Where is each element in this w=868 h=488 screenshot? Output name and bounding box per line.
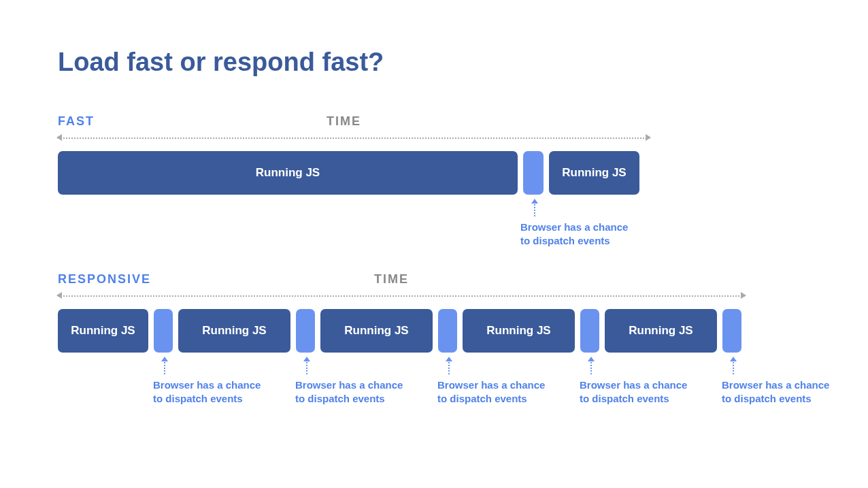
fast-track: Running JSRunning JS	[58, 151, 639, 195]
responsive-label: RESPONSIVE	[58, 272, 151, 287]
event-gap-block	[523, 151, 544, 195]
arrow-stem	[534, 204, 535, 216]
arrow-up-icon	[303, 357, 310, 361]
running-js-block: Running JS	[58, 309, 148, 353]
dispatch-annotation: Browser has a chance to dispatch events	[153, 357, 262, 406]
running-js-block: Running JS	[605, 309, 717, 353]
arrow-up-icon	[730, 357, 737, 361]
arrow-up-icon	[588, 357, 595, 361]
dispatch-annotation: Browser has a chance to dispatch events	[520, 199, 629, 248]
event-gap-block	[438, 309, 457, 353]
block-label: Running JS	[344, 324, 408, 338]
fast-timeline-axis	[58, 135, 650, 142]
running-js-block: Running JS	[178, 309, 290, 353]
block-label: Running JS	[71, 324, 135, 338]
arrow-right-icon	[646, 134, 651, 141]
block-label: Running JS	[629, 324, 692, 338]
arrow-up-icon	[446, 357, 452, 361]
annotation-text: Browser has a chance to dispatch events	[722, 378, 831, 406]
section-responsive: RESPONSIVE TIME Running JSRunning JSRunn…	[58, 272, 810, 432]
annotation-text: Browser has a chance to dispatch events	[520, 221, 629, 248]
arrow-stem	[733, 362, 734, 374]
page-title: Load fast or respond fast?	[58, 48, 810, 77]
annotation-text: Browser has a chance to dispatch events	[153, 378, 262, 406]
block-label: Running JS	[256, 166, 320, 180]
event-gap-block	[722, 309, 741, 353]
fast-annotations: Browser has a chance to dispatch events	[58, 199, 810, 267]
responsive-annotations: Browser has a chance to dispatch eventsB…	[58, 357, 810, 432]
fast-time-label: TIME	[327, 114, 361, 129]
running-js-block: Running JS	[549, 151, 639, 195]
arrow-stem	[306, 362, 307, 374]
annotation-text: Browser has a chance to dispatch events	[437, 378, 546, 406]
arrow-left-icon	[56, 292, 62, 299]
arrow-left-icon	[56, 134, 62, 141]
fast-header: FAST TIME	[58, 114, 810, 131]
block-label: Running JS	[486, 324, 550, 338]
event-gap-block	[154, 309, 173, 353]
arrow-up-icon	[531, 199, 538, 204]
running-js-block: Running JS	[58, 151, 518, 195]
annotation-text: Browser has a chance to dispatch events	[580, 378, 688, 406]
arrow-up-icon	[161, 357, 168, 361]
dispatch-annotation: Browser has a chance to dispatch events	[722, 357, 831, 406]
block-label: Running JS	[202, 324, 266, 338]
dispatch-annotation: Browser has a chance to dispatch events	[437, 357, 546, 406]
annotation-text: Browser has a chance to dispatch events	[295, 378, 404, 406]
arrow-right-icon	[741, 292, 746, 299]
running-js-block: Running JS	[463, 309, 575, 353]
responsive-track: Running JSRunning JSRunning JSRunning JS…	[58, 309, 738, 353]
dispatch-annotation: Browser has a chance to dispatch events	[580, 357, 688, 406]
arrow-stem	[590, 362, 592, 374]
responsive-time-label: TIME	[374, 272, 409, 287]
section-fast: FAST TIME Running JSRunning JS Browser h…	[58, 114, 810, 267]
fast-label: FAST	[58, 114, 95, 129]
responsive-timeline-axis	[58, 293, 745, 299]
event-gap-block	[296, 309, 315, 353]
dispatch-annotation: Browser has a chance to dispatch events	[295, 357, 404, 406]
arrow-stem	[164, 362, 165, 374]
event-gap-block	[580, 309, 599, 353]
running-js-block: Running JS	[320, 309, 433, 353]
block-label: Running JS	[562, 166, 626, 180]
responsive-header: RESPONSIVE TIME	[58, 272, 810, 289]
arrow-stem	[448, 362, 450, 374]
